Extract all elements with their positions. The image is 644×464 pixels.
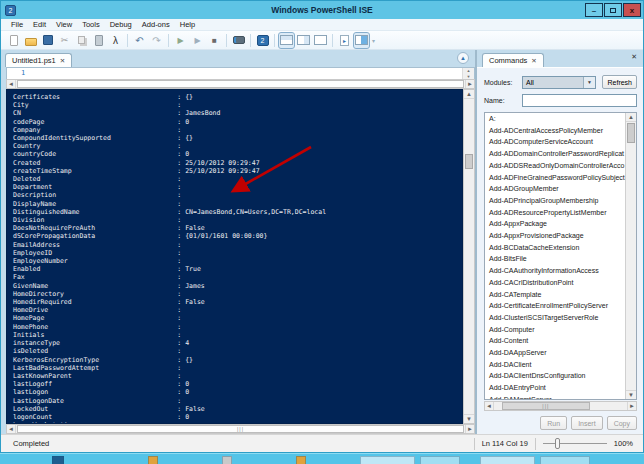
- scroll-right-icon[interactable]: ►: [465, 425, 474, 433]
- tab-close-icon[interactable]: ✕: [531, 57, 536, 65]
- commands-tab[interactable]: Commands ✕: [482, 53, 544, 67]
- copy-button[interactable]: Copy: [607, 416, 637, 430]
- close-button[interactable]: x: [623, 3, 641, 17]
- show-script-pane-maximized-icon[interactable]: [313, 33, 328, 48]
- paste-icon[interactable]: [91, 33, 106, 48]
- command-hscroll-thumb[interactable]: |||: [502, 402, 590, 410]
- taskbar-icon[interactable]: [360, 456, 415, 464]
- menu-view[interactable]: View: [51, 20, 77, 29]
- refresh-button[interactable]: Refresh: [602, 75, 637, 89]
- menu-tools[interactable]: Tools: [77, 20, 105, 29]
- scroll-down-icon[interactable]: ▼: [464, 414, 474, 423]
- run-script-icon[interactable]: ▶: [173, 33, 188, 48]
- open-script-icon[interactable]: [23, 33, 38, 48]
- clear-console-pane-icon[interactable]: λ: [108, 33, 123, 48]
- scroll-up-icon[interactable]: ▲: [626, 113, 636, 122]
- scroll-down-icon[interactable]: ▼: [626, 390, 636, 399]
- zoom-slider-thumb[interactable]: [555, 438, 560, 449]
- new-remote-powershell-tab-icon[interactable]: [231, 33, 246, 48]
- save-icon[interactable]: [40, 33, 55, 48]
- undo-icon[interactable]: ↶: [132, 33, 147, 48]
- console-output-pane[interactable]: Certificates : {} City : CN : JamesBond …: [6, 89, 463, 424]
- new-script-icon[interactable]: [6, 33, 21, 48]
- scroll-left-icon[interactable]: ◄: [7, 425, 16, 433]
- minimize-button[interactable]: –: [585, 3, 603, 17]
- stop-operation-icon[interactable]: ■: [207, 33, 222, 48]
- zoom-slider[interactable]: [543, 438, 607, 449]
- command-item[interactable]: Add-ADCentralAccessPolicyMember: [485, 125, 625, 137]
- command-item[interactable]: Add-DAMgmtServer: [485, 394, 625, 400]
- new-powershell-tab-icon[interactable]: ▸: [337, 33, 352, 48]
- scroll-left-icon[interactable]: ◄: [485, 402, 494, 410]
- command-item[interactable]: Add-ADComputerServiceAccount: [485, 136, 625, 148]
- command-item[interactable]: Add-DAClient: [485, 359, 625, 371]
- menu-debug[interactable]: Debug: [105, 20, 137, 29]
- command-item[interactable]: Add-ADDSReadOnlyDomainControllerAcco: [485, 160, 625, 172]
- editor-vertical-scrollbar[interactable]: ▲ ▼: [462, 68, 474, 79]
- menu-add-ons[interactable]: Add-ons: [137, 20, 175, 29]
- taskbar-strip[interactable]: [0, 453, 644, 464]
- command-item[interactable]: Add-DAClientDnsConfiguration: [485, 370, 625, 382]
- insert-button[interactable]: Insert: [571, 416, 603, 430]
- command-item[interactable]: Add-ClusteriSCSITargetServerRole: [485, 312, 625, 324]
- command-item[interactable]: Add-DAEntryPoint: [485, 382, 625, 394]
- panel-close-icon[interactable]: ✕: [631, 53, 637, 61]
- redo-icon[interactable]: ↷: [149, 33, 164, 48]
- menu-help[interactable]: Help: [175, 20, 200, 29]
- command-list-horizontal-scrollbar[interactable]: ◄ ||| ►: [484, 401, 637, 411]
- show-script-pane-icon[interactable]: [354, 33, 369, 48]
- console-horizontal-scrollbar[interactable]: ◄ ||| ►: [6, 424, 475, 434]
- run-button[interactable]: Run: [540, 416, 567, 430]
- command-item[interactable]: Add-Computer: [485, 324, 625, 336]
- command-list[interactable]: A:Add-ADCentralAccessPolicyMemberAdd-ADC…: [484, 112, 637, 400]
- command-name-input[interactable]: [522, 94, 637, 107]
- taskbar-icon[interactable]: [480, 456, 535, 464]
- console-vertical-scrollbar[interactable]: ▲ ▼: [463, 89, 475, 424]
- menu-file[interactable]: File: [6, 20, 28, 29]
- command-list-scroll-thumb[interactable]: [627, 123, 635, 143]
- command-item[interactable]: Add-Content: [485, 335, 625, 347]
- console-hscroll-thumb[interactable]: |||: [17, 425, 464, 433]
- command-item[interactable]: Add-BCDataCacheExtension: [485, 242, 625, 254]
- show-script-pane-right-icon[interactable]: [296, 33, 311, 48]
- command-item[interactable]: Add-ADFineGrainedPasswordPolicySubject: [485, 172, 625, 184]
- command-item[interactable]: Add-CertificateEnrollmentPolicyServer: [485, 300, 625, 312]
- restore-button[interactable]: [604, 3, 622, 17]
- command-item[interactable]: Add-ADGroupMember: [485, 183, 625, 195]
- scroll-left-icon[interactable]: ◄: [7, 80, 16, 88]
- menu-edit[interactable]: Edit: [28, 20, 51, 29]
- scroll-right-icon[interactable]: ►: [627, 402, 636, 410]
- taskbar-icon[interactable]: [296, 456, 306, 464]
- command-list-scrollbar[interactable]: ▲ ▼: [625, 113, 636, 399]
- toolbar-overflow-icon[interactable]: ▾: [372, 37, 375, 44]
- taskbar-icon[interactable]: [540, 456, 590, 464]
- script-editor[interactable]: 1 ▲ ▼: [6, 67, 475, 79]
- command-item[interactable]: Add-ADPrincipalGroupMembership: [485, 195, 625, 207]
- command-item[interactable]: Add-ADDomainControllerPasswordReplicat: [485, 148, 625, 160]
- command-item[interactable]: Add-CATemplate: [485, 289, 625, 301]
- command-item[interactable]: Add-DAAppServer: [485, 347, 625, 359]
- start-powershell-exe-icon[interactable]: 2: [255, 33, 270, 48]
- collapse-script-pane-button[interactable]: ▲: [457, 52, 469, 64]
- taskbar-icon[interactable]: [52, 456, 64, 464]
- command-item[interactable]: Add-BitsFile: [485, 253, 625, 265]
- taskbar-icon[interactable]: [420, 456, 460, 464]
- command-item[interactable]: Add-CACrlDistributionPoint: [485, 277, 625, 289]
- command-item[interactable]: Add-AppxPackage: [485, 218, 625, 230]
- modules-dropdown[interactable]: All ▼: [522, 76, 596, 89]
- taskbar-icon[interactable]: [222, 456, 232, 464]
- console-vscroll-thumb[interactable]: [465, 154, 473, 169]
- command-item[interactable]: Add-AppxProvisionedPackage: [485, 230, 625, 242]
- scroll-right-icon[interactable]: ►: [465, 80, 474, 88]
- copy-icon[interactable]: [74, 33, 89, 48]
- command-item[interactable]: Add-ADResourcePropertyListMember: [485, 207, 625, 219]
- editor-horizontal-scrollbar[interactable]: ◄ ►: [6, 79, 475, 89]
- scroll-up-icon[interactable]: ▲: [464, 90, 474, 99]
- tab-close-icon[interactable]: ✕: [60, 57, 65, 65]
- taskbar-icon[interactable]: [148, 456, 158, 464]
- editor-hscroll-thumb[interactable]: [17, 80, 464, 88]
- show-script-pane-top-icon[interactable]: [279, 33, 294, 48]
- command-item[interactable]: Add-CAAuthorityInformationAccess: [485, 265, 625, 277]
- run-selection-icon[interactable]: ▶: [190, 33, 205, 48]
- cut-icon[interactable]: ✂: [57, 33, 72, 48]
